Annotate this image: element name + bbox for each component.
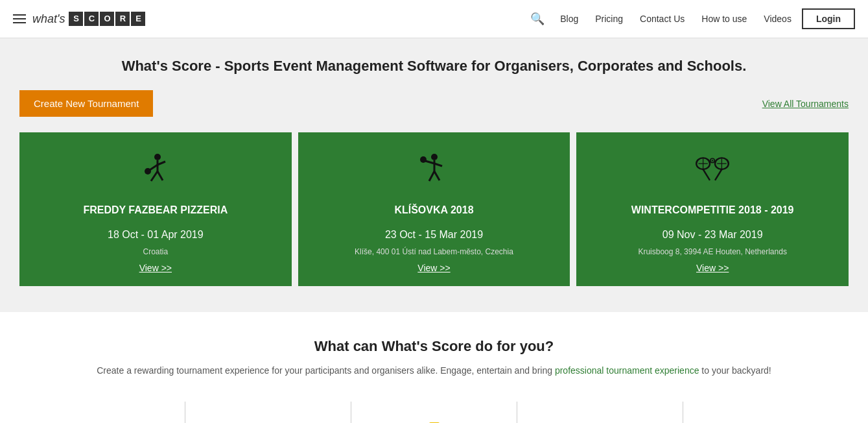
svg-line-4 — [151, 171, 158, 181]
card-title-klisovka: KLÍŠOVKA 2018 — [394, 204, 473, 216]
logo-whats: what's — [32, 12, 65, 26]
card-dates-klisovka: 23 Oct - 15 Mar 2019 — [385, 229, 483, 241]
card-location-freddy: Croatia — [143, 247, 168, 256]
tournament-cards-grid: FREDDY FAZBEAR PIZZERIA 18 Oct - 01 Apr … — [19, 132, 849, 286]
logo-score-box: S C O R E — [68, 12, 146, 26]
features-section: What can What's Score do for you? Create… — [0, 312, 868, 423]
orgchart-feature — [351, 402, 517, 423]
logo[interactable]: what's S C O R E — [32, 12, 146, 26]
handball-icon — [416, 152, 451, 194]
card-dates-freddy: 18 Oct - 01 Apr 2019 — [108, 229, 204, 241]
svg-line-12 — [434, 171, 440, 180]
score-e: E — [131, 12, 145, 26]
videos-link[interactable]: Videos — [757, 14, 798, 24]
svg-point-23 — [712, 160, 713, 161]
hero-section: What's Score - Sports Event Management S… — [0, 38, 868, 312]
card-view-freddy[interactable]: View >> — [139, 263, 172, 273]
svg-point-13 — [420, 156, 427, 163]
calendar-feature — [517, 402, 683, 423]
svg-point-7 — [431, 154, 438, 160]
blog-link[interactable]: Blog — [554, 14, 585, 24]
card-view-winter[interactable]: View >> — [696, 263, 729, 273]
svg-line-9 — [425, 161, 434, 163]
klisovka-card[interactable]: KLÍŠOVKA 2018 23 Oct - 15 Mar 2019 Klíše… — [298, 132, 570, 286]
contact-link[interactable]: Contact Us — [633, 14, 691, 24]
main-header: what's S C O R E 🔍 Blog Pricing Contact … — [0, 0, 868, 38]
score-o: O — [100, 12, 114, 26]
card-title-winter: WINTERCOMPETITIE 2018 - 2019 — [631, 204, 794, 216]
svg-point-6 — [145, 168, 151, 175]
highlight-text: professional tournament experience — [555, 365, 699, 376]
search-button[interactable]: 🔍 — [525, 8, 550, 30]
svg-line-5 — [158, 171, 163, 180]
svg-line-15 — [703, 169, 710, 180]
tennis-icon — [692, 152, 733, 194]
how-to-use-link[interactable]: How to use — [695, 14, 753, 24]
hero-actions: Create New Tournament View All Tournamen… — [19, 90, 849, 117]
login-button[interactable]: Login — [802, 8, 855, 29]
features-icons-row — [19, 395, 849, 423]
features-subtitle: Create a rewarding tournament experience… — [19, 365, 849, 376]
hamburger-menu[interactable] — [13, 14, 26, 23]
score-r: R — [115, 12, 130, 26]
hero-title: What's Score - Sports Event Management S… — [19, 58, 849, 75]
svg-point-0 — [154, 154, 161, 160]
clipboard-feature — [185, 402, 351, 423]
svg-line-3 — [158, 162, 165, 165]
freddy-fazbear-card[interactable]: FREDDY FAZBEAR PIZZERIA 18 Oct - 01 Apr … — [19, 132, 292, 286]
view-all-tournaments-link[interactable]: View All Tournaments — [762, 99, 849, 109]
header-left: what's S C O R E — [13, 12, 146, 26]
card-location-winter: Kruisboog 8, 3994 AE Houten, Netherlands — [638, 247, 787, 256]
svg-line-19 — [715, 169, 721, 180]
main-nav: 🔍 Blog Pricing Contact Us How to use Vid… — [525, 8, 855, 30]
soccer-icon — [138, 152, 173, 194]
features-title: What can What's Score do for you? — [19, 338, 849, 355]
wintercompetitie-card[interactable]: WINTERCOMPETITIE 2018 - 2019 09 Nov - 23… — [576, 132, 849, 286]
pricing-link[interactable]: Pricing — [589, 14, 629, 24]
score-c: C — [84, 12, 99, 26]
card-dates-winter: 09 Nov - 23 Mar 2019 — [663, 229, 763, 241]
svg-line-10 — [434, 163, 442, 166]
score-s: S — [69, 12, 83, 26]
card-location-klisovka: Klíše, 400 01 Ústí nad Labem-město, Czec… — [355, 247, 513, 256]
card-title-freddy: FREDDY FAZBEAR PIZZERIA — [83, 204, 228, 216]
card-view-klisovka[interactable]: View >> — [417, 263, 450, 273]
scoreboard-feature — [683, 402, 849, 423]
svg-line-11 — [429, 171, 434, 181]
svg-line-2 — [150, 165, 158, 170]
trophy-feature — [19, 402, 185, 423]
create-tournament-button[interactable]: Create New Tournament — [19, 90, 153, 117]
